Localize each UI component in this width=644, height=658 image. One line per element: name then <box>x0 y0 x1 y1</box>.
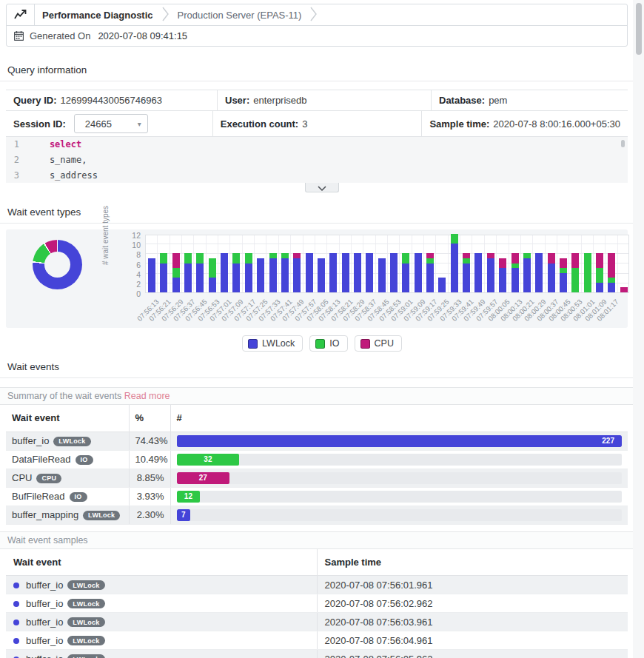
wait-event-name: DataFileRead <box>12 454 71 465</box>
sql-editor[interactable]: 1 select2 s_name,3 s_address4from <box>6 137 628 183</box>
legend-item-cpu[interactable]: CPU <box>355 335 402 352</box>
sql-line: 2 s_name, <box>6 152 628 168</box>
session-id-select[interactable]: 24665 ▾ <box>74 114 148 133</box>
sample-time-cell: 2020-07-08 07:56:05.962 <box>317 650 628 658</box>
sql-line: 1 select <box>6 137 628 152</box>
bar-segment-io <box>463 258 470 263</box>
chart-legend: LWLockIOCPU <box>0 335 644 352</box>
summary-percent-cell: 74.43% <box>129 432 170 450</box>
sql-code-text: s_address <box>28 168 98 183</box>
bar-segment-lwlock <box>318 258 325 292</box>
editor-scrollbar-thumb[interactable] <box>621 140 625 147</box>
sql-line: 3 s_address <box>6 168 628 183</box>
bar-segment-io <box>196 253 204 263</box>
calendar-icon <box>14 31 24 41</box>
summary-header-percent: % <box>129 405 170 432</box>
breadcrumb-item-server[interactable]: Production Server (EPAS-11) <box>170 10 309 21</box>
legend-item-io[interactable]: IO <box>309 335 347 352</box>
stacked-bar <box>160 253 167 292</box>
breadcrumb-item-performance-diagnostic[interactable]: Performance Diagnostic <box>35 10 161 21</box>
stacked-bar <box>196 253 204 292</box>
stacked-bar <box>438 278 446 292</box>
summary-percent-cell: 3.93% <box>129 487 170 506</box>
sample-row: buffer_ioLWLock2020-07-08 07:56:05.962 <box>6 650 628 658</box>
sample-event-cell: buffer_ioLWLock <box>6 576 317 594</box>
stacked-bar <box>402 253 409 292</box>
bar-segment-cpu <box>172 253 180 268</box>
wait-event-samples-header: Wait event samples <box>0 531 644 549</box>
read-more-link[interactable]: Read more <box>124 391 170 401</box>
bar-segment-cpu <box>499 258 506 268</box>
count-bar-value: 7 <box>181 511 186 519</box>
bar-segment-lwlock <box>451 244 458 292</box>
bar-segment-io <box>245 253 252 263</box>
bar-segment-lwlock <box>160 263 167 293</box>
sample-event-cell: buffer_ioLWLock <box>6 594 317 613</box>
line-number: 2 <box>6 152 28 168</box>
bar-segment-io <box>511 263 519 269</box>
database-value: pem <box>489 95 507 106</box>
stacked-bar <box>451 234 458 292</box>
sql-code-text: s_name, <box>28 152 87 168</box>
wait-event-name: buffer_io <box>26 635 63 646</box>
stacked-bar <box>257 258 264 292</box>
expand-query-button[interactable] <box>305 183 339 192</box>
summary-row: BufFileReadIO3.93%12 <box>6 487 628 506</box>
bar-segment-lwlock <box>269 258 277 292</box>
summary-event-cell: buffer_ioLWLock <box>6 432 129 450</box>
bar-segment-cpu <box>608 253 615 278</box>
y-axis-tick: 8 <box>123 250 141 259</box>
sample-time-cell: 2020-07-08 07:56:02.962 <box>317 594 628 613</box>
event-type-dot-icon <box>13 601 19 607</box>
bar-segment-lwlock <box>487 258 494 292</box>
wait-event-type-badge: IO <box>70 492 87 502</box>
wait-event-type-badge: LWLock <box>83 511 120 520</box>
bar-segment-lwlock <box>596 283 603 292</box>
stacked-bar <box>596 253 603 292</box>
bar-segment-lwlock <box>560 273 567 292</box>
chevron-right-icon <box>162 6 169 24</box>
bar-segment-io <box>451 234 458 244</box>
y-axis-tick: 0 <box>123 289 141 298</box>
stacked-bar <box>318 258 325 292</box>
breadcrumb: Performance Diagnostic Production Server… <box>7 4 627 26</box>
generated-on-value: 2020-07-08 09:41:15 <box>98 30 187 41</box>
chevron-down-icon <box>318 182 326 193</box>
count-bar-track: 12 <box>177 491 623 503</box>
bar-segment-lwlock <box>474 253 482 292</box>
y-axis-tick: 6 <box>123 261 141 269</box>
stacked-bar <box>523 253 531 292</box>
query-info-grid: Query ID:1269994430056746963 User:enterp… <box>6 90 628 137</box>
stacked-bar <box>184 253 192 292</box>
page-scrollbar-thumb[interactable] <box>636 3 642 55</box>
bar-segment-lwlock <box>426 263 434 293</box>
caret-down-icon: ▾ <box>138 120 141 128</box>
bar-segment-lwlock <box>172 278 180 292</box>
wait-event-type-badge: LWLock <box>67 636 104 645</box>
count-bar-value: 32 <box>204 455 212 463</box>
bar-segment-cpu <box>293 253 301 258</box>
sample-time-cell: 2020-07-08 07:56:01.961 <box>317 576 628 594</box>
legend-label: LWLock <box>262 338 295 349</box>
bar-segment-lwlock <box>499 268 506 292</box>
summary-event-cell: CPUCPU <box>6 469 129 487</box>
bar-segment-lwlock <box>548 263 555 293</box>
stacked-bar <box>474 253 482 292</box>
bar-segment-lwlock <box>402 263 409 293</box>
count-bar-track: 7 <box>177 509 623 521</box>
bar-segment-io <box>560 268 567 273</box>
stacked-bar <box>172 253 180 292</box>
stacked-bar <box>245 253 252 292</box>
sample-time-value: 2020-07-8 8:00:16.000+05:30 <box>493 118 620 130</box>
stacked-bar <box>329 253 337 292</box>
wait-event-types-bar-chart <box>145 235 629 293</box>
bar-segment-lwlock <box>523 258 531 292</box>
stacked-bar <box>548 253 555 292</box>
bar-segment-lwlock <box>232 263 240 293</box>
summary-count-cell: 227 <box>170 432 628 450</box>
legend-item-lwlock[interactable]: LWLock <box>242 335 303 352</box>
bar-segment-io <box>402 253 409 263</box>
session-id-value: 24665 <box>85 118 112 130</box>
wait-event-name: CPU <box>12 472 32 483</box>
y-axis-tick: 2 <box>123 280 141 289</box>
